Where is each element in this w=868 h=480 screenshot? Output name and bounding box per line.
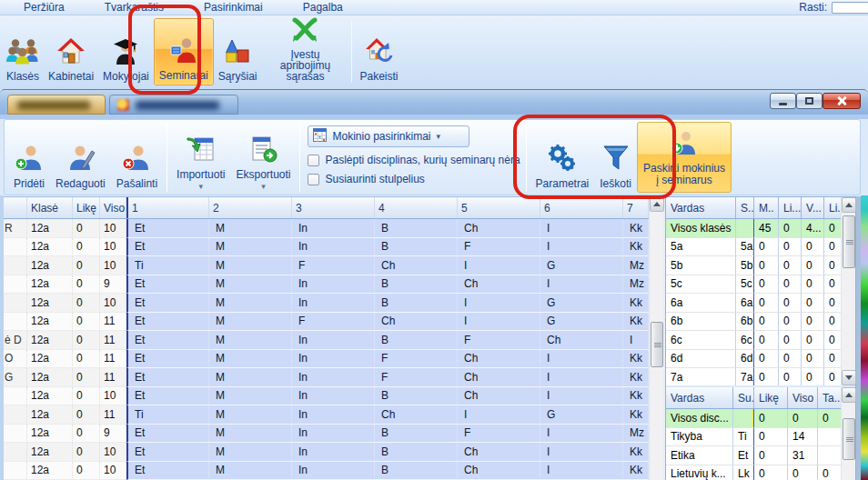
ribbon-button-klases[interactable]: Klasės [2, 18, 44, 85]
cell[interactable]: 5a [736, 238, 754, 257]
table-row[interactable]: 12a010TiMFChIGMz [4, 256, 649, 275]
scroll-up-button[interactable] [650, 196, 664, 212]
row-label-cell[interactable]: 0 [73, 350, 100, 369]
restore-button[interactable] [796, 93, 823, 109]
subject-cell[interactable]: I [540, 350, 623, 369]
row-label-cell[interactable]: 12a [27, 425, 73, 444]
table-row[interactable]: R12a010EtMInBChIKk [4, 219, 649, 238]
subject-cell[interactable]: B [375, 331, 458, 350]
cell[interactable]: 0 [779, 238, 802, 257]
table-row[interactable]: 6a6a0000 [666, 294, 855, 313]
subject-cell[interactable]: I [540, 275, 623, 295]
row-label-cell[interactable]: 11 [100, 405, 126, 425]
table-row[interactable]: 5a5a0000 [666, 238, 855, 257]
cell[interactable]: 5c [666, 275, 736, 295]
ribbon-button-sarysiai[interactable]: Sąryšiai [214, 18, 262, 85]
row-label-cell[interactable]: 10 [100, 462, 126, 480]
find-input[interactable] [832, 2, 868, 14]
subject-cell[interactable]: Mz [623, 275, 649, 295]
subject-cell[interactable]: In [292, 294, 375, 313]
cell[interactable]: Etika [666, 446, 733, 465]
row-label-cell[interactable] [4, 405, 27, 425]
cell[interactable]: 6d [666, 350, 736, 369]
subject-cell[interactable]: Kk [623, 405, 649, 425]
row-label-cell[interactable] [4, 462, 27, 480]
cell[interactable]: Visos klasės [666, 219, 736, 238]
subject-cell[interactable]: I [458, 256, 540, 275]
cell[interactable]: 5b [666, 256, 736, 275]
cell[interactable]: 0 [754, 409, 788, 428]
row-label-cell[interactable]: 10 [100, 387, 126, 406]
subject-cell[interactable]: In [292, 443, 375, 462]
subject-cell[interactable]: Et [126, 294, 209, 313]
column-header[interactable]: Viso [788, 387, 818, 408]
subject-cell[interactable]: M [209, 294, 292, 313]
scrollbar-thumb[interactable] [651, 322, 663, 367]
subject-cell[interactable]: M [209, 462, 292, 480]
ribbon-button-apribojimu-sarasas[interactable]: Įvestų apribojimų sąrašas [261, 18, 348, 85]
subject-cell[interactable]: In [292, 405, 375, 425]
subject-cell[interactable]: Ti [126, 256, 209, 275]
row-label-cell[interactable]: 12a [27, 294, 73, 313]
subject-cell[interactable]: G [540, 405, 623, 425]
scroll-up-button[interactable] [842, 197, 856, 213]
cell[interactable]: 0 [824, 256, 843, 275]
cell[interactable]: 0 [818, 409, 843, 428]
cell[interactable]: 7a [736, 368, 754, 385]
row-label-cell[interactable]: 12a [27, 256, 73, 275]
cell[interactable]: Et [733, 446, 754, 465]
subject-cell[interactable]: In [292, 425, 375, 444]
cell[interactable]: 0 [754, 294, 779, 313]
row-label-cell[interactable]: 12a [27, 387, 73, 406]
table-row[interactable]: 12a09EtMInBChIMz [4, 275, 649, 295]
subject-cell[interactable]: I [540, 462, 623, 480]
subject-cell[interactable]: Et [126, 462, 209, 480]
subject-cell[interactable]: In [292, 350, 375, 369]
subject-cell[interactable]: B [375, 238, 458, 257]
subject-cell[interactable]: Et [126, 219, 209, 238]
cell[interactable]: 0 [754, 275, 779, 295]
table-row[interactable]: ė D12a011EtMInBFChI [4, 331, 649, 350]
cell[interactable]: 5a [666, 238, 736, 257]
subject-cell[interactable]: Kk [623, 219, 649, 238]
column-header[interactable]: Li... [824, 197, 843, 218]
cell[interactable] [818, 446, 843, 465]
export-button[interactable]: Eksportuoti ▾ [230, 122, 296, 193]
row-label-cell[interactable]: R [4, 219, 27, 238]
subject-cell[interactable]: Et [126, 368, 209, 387]
table-row[interactable]: EtikaEt031 [666, 446, 855, 465]
row-label-cell[interactable]: 11 [100, 313, 126, 332]
row-label-cell[interactable]: 0 [73, 313, 100, 332]
subject-cell[interactable]: Et [126, 350, 209, 369]
menu-item-pagalba[interactable]: Pagalba [288, 1, 358, 14]
subject-cell[interactable]: Ch [458, 387, 540, 406]
cell[interactable]: 4... [802, 219, 824, 238]
subject-cell[interactable]: B [375, 443, 458, 462]
row-label-cell[interactable]: 0 [73, 256, 100, 275]
cell[interactable]: 6a [736, 294, 754, 313]
subject-cell[interactable]: F [458, 425, 540, 444]
total-row[interactable]: Visos klasės4504...0 [666, 219, 855, 238]
subject-cell[interactable]: F [458, 331, 540, 350]
hide-disciplines-checkbox-row[interactable]: Paslėpti disciplinas, kurių seminarų nėr… [308, 154, 520, 166]
row-label-cell[interactable]: 11 [100, 368, 126, 387]
cell[interactable]: 0 [818, 465, 843, 480]
subject-cell[interactable]: Ch [458, 219, 540, 238]
subject-cell[interactable]: In [292, 368, 375, 387]
subject-cell[interactable]: Et [126, 275, 209, 295]
cell[interactable]: 0 [779, 256, 802, 275]
subject-cell[interactable]: In [292, 387, 375, 406]
subject-cell[interactable]: Kk [623, 443, 649, 462]
cell[interactable]: 0 [824, 294, 843, 313]
document-tab-inactive[interactable] [109, 95, 238, 115]
subject-cell[interactable]: In [292, 238, 375, 257]
row-label-cell[interactable]: 12a [27, 368, 73, 387]
menu-item-tvarkarastis[interactable]: Tvarkaraštis [90, 1, 178, 14]
ribbon-button-mokytojai[interactable]: Mokytojai [98, 18, 154, 85]
total-row[interactable]: Visos disc...000 [666, 409, 855, 428]
table-row[interactable]: 12a011TiMInChIGKk [4, 405, 649, 425]
row-label-cell[interactable]: 12a [27, 462, 73, 480]
edit-button[interactable]: Redaguoti [50, 122, 111, 193]
row-label-cell[interactable] [4, 275, 27, 295]
row-label-cell[interactable]: 12a [27, 405, 73, 425]
